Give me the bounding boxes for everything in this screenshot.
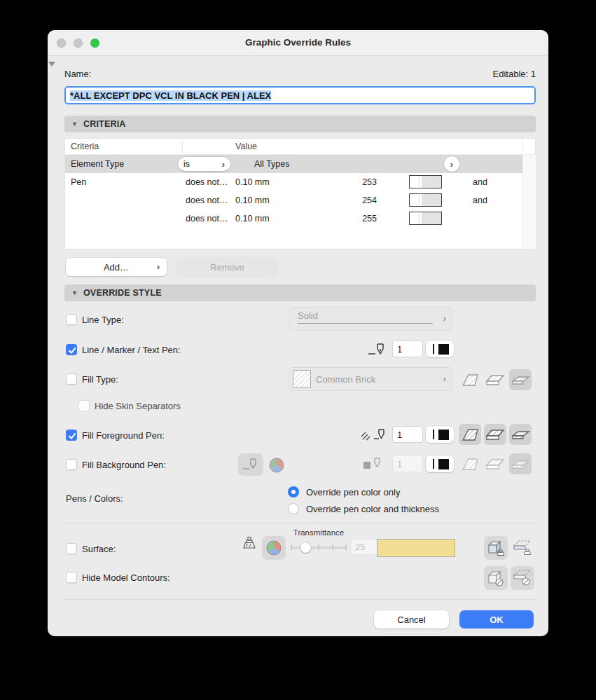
pen-color-swatch[interactable] (409, 212, 442, 225)
cover-fill-icon (485, 457, 505, 471)
color-wheel-icon[interactable] (269, 458, 284, 473)
cancel-button[interactable]: Cancel (374, 610, 449, 629)
fill-fg-number-field[interactable]: 1 (392, 426, 423, 443)
operator-value: is (183, 159, 190, 169)
transmittance-field[interactable]: 25 (350, 539, 378, 555)
column-header-value[interactable]: Value (235, 142, 257, 151)
operator-value: does not… (186, 177, 228, 187)
ok-button[interactable]: OK (459, 610, 534, 629)
pen-color-black (438, 430, 449, 440)
bg-cut-fill-toggle[interactable] (459, 453, 481, 474)
surface-color-swatch[interactable] (377, 539, 455, 557)
fill-bg-checkbox[interactable] (66, 459, 77, 470)
fill-type-dropdown[interactable]: Common Brick › (289, 367, 453, 391)
override-collapse-icon[interactable]: ▼ (71, 289, 78, 296)
hide-skin-separators-checkbox[interactable] (78, 400, 90, 411)
bg-drafting-fill-toggle[interactable] (509, 453, 532, 474)
chevron-right-icon: › (222, 160, 225, 169)
slider-tick (332, 544, 333, 550)
slider-thumb[interactable] (300, 542, 311, 553)
fill-bg-color-button[interactable] (426, 455, 454, 472)
hide-model-contours-label: Hide Model Contours: (82, 572, 170, 583)
criteria-name: Pen (71, 177, 86, 187)
surface-color-wheel-button[interactable] (262, 536, 286, 560)
line-type-dropdown[interactable]: Solid › (289, 307, 453, 331)
contours-cut-button[interactable] (511, 566, 534, 590)
hide-model-contours-checkbox[interactable] (66, 572, 77, 583)
slider-tick (345, 544, 347, 550)
cancel-button-label: Cancel (397, 615, 425, 625)
fill-bg-number: 1 (397, 459, 402, 469)
remove-button[interactable]: Remove (176, 258, 278, 276)
override-style-section-header[interactable]: ▼ OVERRIDE STYLE (64, 284, 536, 301)
cover-fill-icon (485, 427, 505, 441)
pen-number: 254 (345, 195, 377, 205)
transmittance-value: 25 (355, 542, 365, 552)
table-scrollbar[interactable] (522, 155, 536, 249)
cut-fill-toggle[interactable] (459, 369, 481, 390)
surface-label: Surface: (82, 544, 116, 554)
table-row-pen-255[interactable]: does not… 0.10 mm 255 (65, 210, 522, 228)
pen-number: 253 (345, 177, 377, 187)
column-divider (182, 140, 183, 153)
pen-thickness: 0.10 mm (235, 195, 270, 205)
cube-null-icon (486, 568, 506, 588)
fill-fg-checkbox[interactable] (66, 430, 77, 441)
radio-color-only[interactable] (288, 486, 299, 497)
surface-apply-3d-button[interactable] (484, 536, 508, 560)
edge-disclosure-icon (48, 62, 55, 67)
drafting-fill-toggle[interactable] (509, 369, 532, 390)
slider-tick (318, 544, 319, 550)
operator-dropdown[interactable]: is › (178, 157, 230, 171)
table-row-pen-254[interactable]: does not… 0.10 mm 254 and (65, 191, 522, 210)
fill-type-label: Fill Type: (82, 374, 118, 385)
fill-bg-number-field[interactable]: 1 (392, 455, 423, 472)
fill-type-value: Common Brick (316, 374, 375, 385)
line-pen-checkbox[interactable] (66, 344, 77, 355)
transmittance-slider[interactable] (291, 547, 347, 549)
chevron-right-icon: › (443, 374, 446, 383)
value-picker-button[interactable]: › (444, 156, 459, 172)
contours-3d-button[interactable] (484, 566, 508, 590)
table-row-element-type[interactable]: Element Type is › All Types › (65, 155, 522, 173)
chevron-right-icon: › (443, 314, 446, 323)
radio-color-thickness-label[interactable]: Override pen color and thickness (306, 504, 439, 514)
fg-drafting-fill-toggle[interactable] (509, 424, 532, 445)
slider-tick (291, 544, 292, 550)
cut-fill-icon (461, 427, 479, 441)
line-type-label: Line Type: (82, 315, 124, 325)
pen-thin-preview (433, 430, 434, 439)
operator-value: does not… (186, 195, 228, 205)
pen-color-black (438, 344, 449, 355)
column-header-criteria[interactable]: Criteria (71, 142, 99, 151)
surface-checkbox[interactable] (66, 543, 77, 554)
surface-apply-cut-button[interactable] (511, 537, 534, 559)
criteria-collapse-icon[interactable]: ▼ (71, 121, 78, 128)
line-pen-color-button[interactable] (426, 341, 454, 357)
fill-foreground-pen-icon (360, 427, 388, 441)
table-row-pen-253[interactable]: Pen does not… 0.10 mm 253 and (65, 173, 522, 191)
bg-cover-fill-toggle[interactable] (484, 453, 506, 474)
criteria-section-header[interactable]: ▼ CRITERIA (64, 116, 536, 132)
pen-thin-preview (433, 344, 434, 354)
cut-fill-icon (461, 373, 479, 387)
name-input[interactable]: *ALL EXCEPT DPC VCL IN BLACK PEN | ALEX (64, 86, 536, 104)
bg-pen-mode-button[interactable] (238, 453, 263, 476)
fg-cover-fill-toggle[interactable] (484, 424, 506, 445)
radio-color-thickness[interactable] (288, 503, 299, 514)
fill-fg-color-button[interactable] (426, 426, 454, 443)
cover-fill-toggle[interactable] (484, 369, 506, 390)
fill-background-pen-icon (363, 457, 388, 471)
conjunction-label: and (473, 195, 487, 205)
radio-color-only-label[interactable]: Override pen color only (306, 487, 400, 497)
fg-cut-fill-toggle[interactable] (459, 424, 481, 445)
column-divider (522, 140, 522, 153)
pen-color-swatch[interactable] (409, 193, 442, 207)
override-section-title: OVERRIDE STYLE (83, 288, 162, 298)
pen-color-swatch[interactable] (409, 175, 442, 188)
line-pen-number-field[interactable]: 1 (392, 341, 423, 357)
line-type-checkbox[interactable] (66, 314, 77, 325)
title-bar[interactable]: Graphic Override Rules (48, 30, 548, 56)
add-button[interactable]: Add… › (66, 258, 167, 276)
fill-type-checkbox[interactable] (66, 373, 77, 385)
